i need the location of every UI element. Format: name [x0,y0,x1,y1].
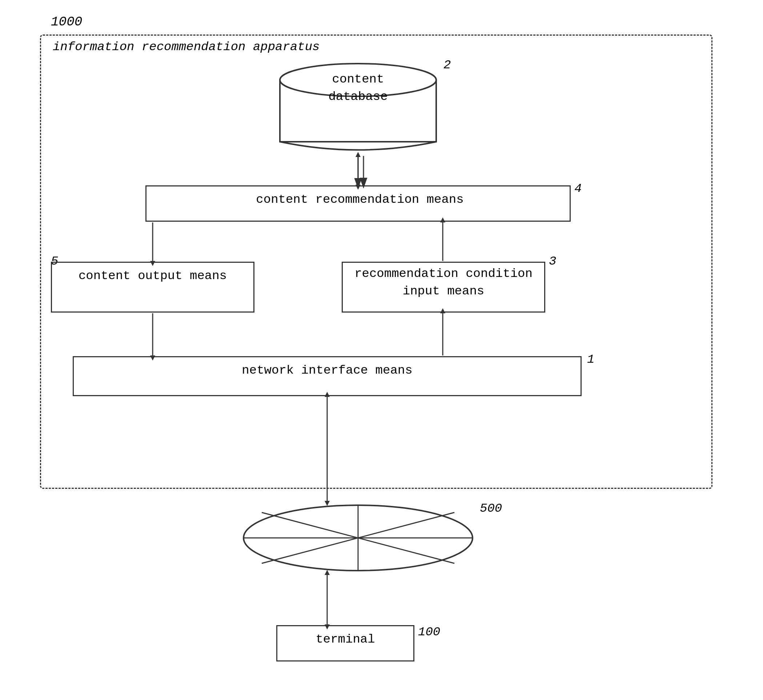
crm-number: 4 [574,182,582,195]
com-label: content output means [53,269,253,283]
nim-number: 1 [587,353,594,366]
rcim-number: 3 [549,255,556,268]
nim-label: network interface means [75,364,580,377]
apparatus-number: 1000 [51,14,82,30]
terminal-number: 100 [418,625,440,639]
crm-label: content recommendation means [149,193,571,206]
diagram-container: 1000 information recommendation apparatu… [29,14,738,691]
apparatus-label: information recommendation apparatus [53,40,320,54]
db-label: content database [280,71,436,105]
terminal-label: terminal [280,633,411,646]
network-number: 500 [480,502,502,516]
rcim-label: recommendation condition input means [344,265,543,300]
db-number: 2 [444,58,451,72]
network-ellipse [240,502,476,574]
